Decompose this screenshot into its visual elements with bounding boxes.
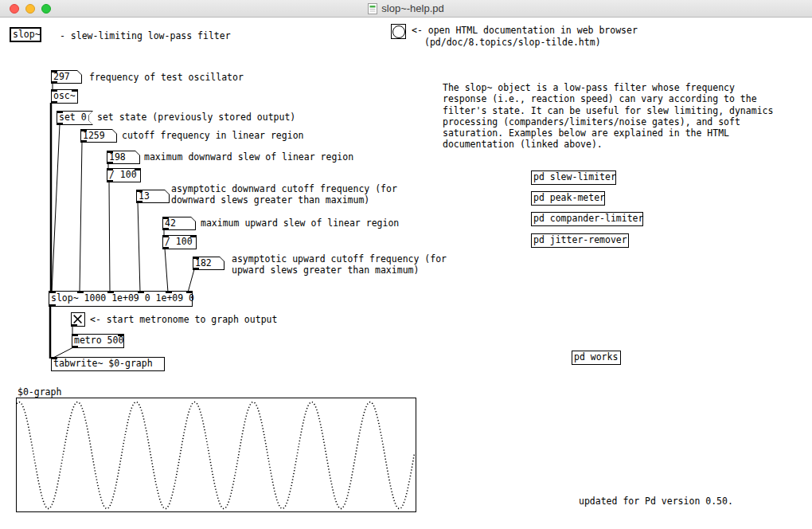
outlet-nub xyxy=(51,101,57,104)
metro-object[interactable]: metro 500 xyxy=(72,334,124,348)
inlet-nub xyxy=(193,257,199,259)
inlet-nub xyxy=(49,291,56,293)
inlet-nub xyxy=(162,235,169,237)
graph-waveform xyxy=(17,398,416,511)
graph-label: $0-graph xyxy=(18,386,61,398)
inlet-nub xyxy=(72,89,78,92)
subpatch-jitter-remover[interactable]: pd jitter-remover xyxy=(531,233,629,248)
inlet-nub xyxy=(51,70,57,72)
inlet-nub xyxy=(57,111,63,113)
outlet-nub xyxy=(136,201,142,203)
outlet-nub xyxy=(57,123,63,125)
inlet-nub xyxy=(80,129,87,131)
inlet-nub xyxy=(51,357,57,359)
up-slew-comment: maximum upward slew of linear region xyxy=(201,217,399,229)
down-slew-comment: maximum downward slew of linear region xyxy=(144,151,353,163)
inlet-nub xyxy=(118,334,124,336)
outlet-nub xyxy=(162,228,169,230)
subpatch-slew-limiter[interactable]: pd slew-limiter xyxy=(531,170,616,185)
inlet-nub xyxy=(107,168,113,170)
inlet-nub xyxy=(135,168,141,170)
inlet-nub xyxy=(186,291,193,293)
cutoff-comment: cutoff frequency in linear region xyxy=(122,130,303,141)
divide-object-b[interactable]: / 100 xyxy=(162,235,197,249)
outlet-nub xyxy=(72,346,78,348)
outlet-nub xyxy=(71,324,77,327)
inlet-nub xyxy=(138,291,144,293)
down-asym-number-box[interactable]: 13 xyxy=(136,190,170,203)
inlet-nub xyxy=(77,291,84,293)
inlet-nub xyxy=(162,217,169,219)
up-slew-number-box[interactable]: 42 xyxy=(162,217,196,230)
bang-circle-icon xyxy=(392,25,405,38)
slop-object[interactable]: slop~ 1000 1e+09 0 1e+09 0 xyxy=(49,291,193,307)
object-name-box[interactable]: slop~ xyxy=(10,27,41,42)
metro-toggle[interactable] xyxy=(71,312,85,327)
updated-comment: updated for Pd version 0.50. xyxy=(579,496,733,507)
down-slew-number-box[interactable]: 198 xyxy=(107,151,140,164)
outlet-nub xyxy=(162,247,169,249)
open-docs-comment: <- open HTML documentation in web browse… xyxy=(412,25,638,36)
metro-comment: <- start metronome to graph output xyxy=(90,314,277,325)
freq-number-box[interactable]: 297 xyxy=(51,70,82,84)
waveform-graph[interactable] xyxy=(16,398,416,512)
set-state-message[interactable]: set 0 xyxy=(57,111,93,125)
down-asym-comment: asymptotic downward cutoff frequency (fo… xyxy=(171,183,397,206)
tagline-comment: - slew-limiting low-pass filter xyxy=(60,30,231,41)
inlet-nub xyxy=(136,190,142,192)
freq-comment: frequency of test oscillator xyxy=(89,72,244,83)
inlet-nub xyxy=(107,291,114,293)
inlet-nub xyxy=(166,291,172,293)
docs-path-comment: (pd/doc/8.topics/slop-tilde.htm) xyxy=(424,37,601,48)
inlet-nub xyxy=(190,235,197,237)
subpatch-works[interactable]: pd works xyxy=(572,351,621,365)
subpatch-peak-meter[interactable]: pd peak-meter xyxy=(531,191,605,206)
up-asym-comment: asymptotic upward cutoff frequency (for … xyxy=(232,253,447,276)
tabwrite-object[interactable]: tabwrite~ $0-graph xyxy=(51,357,165,371)
outlet-nub xyxy=(107,162,113,164)
inlet-nub xyxy=(72,334,78,336)
open-docs-bang[interactable] xyxy=(391,24,406,39)
pd-patch-window: slop~-help.pd slop~ - slew-limiting low-… xyxy=(0,0,812,529)
outlet-nub xyxy=(193,268,199,270)
set-state-comment: set state (previously stored output) xyxy=(97,112,295,123)
outlet-nub xyxy=(80,140,87,143)
cutoff-number-box[interactable]: 1259 xyxy=(80,129,117,143)
outlet-nub xyxy=(107,180,113,182)
inlet-nub xyxy=(51,89,57,92)
inlet-nub xyxy=(107,151,113,153)
up-asym-number-box[interactable]: 182 xyxy=(193,257,224,270)
outlet-nub xyxy=(51,81,57,84)
object-name-label: slop~ xyxy=(13,29,41,40)
outlet-nub xyxy=(49,304,56,307)
osc-object[interactable]: osc~ xyxy=(51,89,78,104)
description-text: The slop~ object is a low-pass filter wh… xyxy=(443,82,773,151)
subpatch-compander-limiter[interactable]: pd compander-limiter xyxy=(531,212,643,226)
divide-object-a[interactable]: / 100 xyxy=(107,168,141,182)
